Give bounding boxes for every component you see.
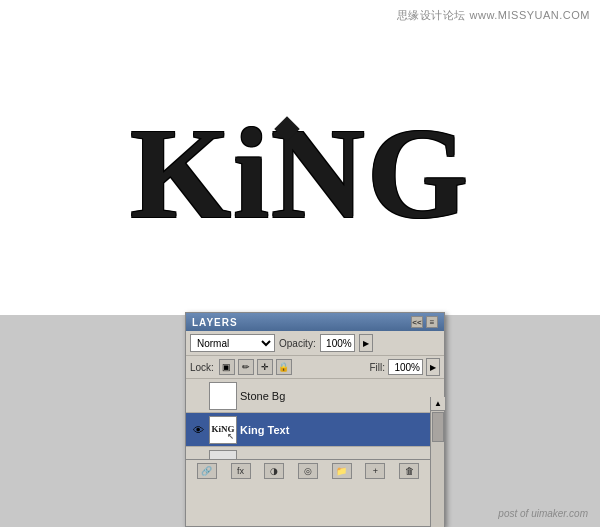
panel-menu-btn[interactable]: ≡ — [426, 316, 438, 328]
layers-bottom-toolbar: 🔗 fx ◑ ◎ 📁 + 🗑 — [186, 459, 430, 481]
layers-title-controls: << ≡ — [411, 316, 438, 328]
lock-paint-btn[interactable]: ✏ — [238, 359, 254, 375]
blend-mode-select[interactable]: Normal Multiply Screen — [190, 334, 275, 352]
scroll-up-btn[interactable]: ▲ — [431, 397, 445, 411]
adjustment-btn[interactable]: ◎ — [298, 463, 318, 479]
link-layers-btn[interactable]: 🔗 — [197, 463, 217, 479]
canvas-area: 思缘设计论坛 www.MISSYUAN.COM KiNG — [0, 0, 600, 315]
cursor-icon: ↖ — [227, 432, 234, 441]
layers-scrollbar[interactable]: ▲ ▼ — [430, 397, 444, 527]
eye-visibility-icon[interactable] — [190, 388, 206, 404]
opacity-arrow-btn[interactable]: ▶ — [359, 334, 373, 352]
layers-title-bar: LAYERS << ≡ — [186, 313, 444, 331]
layer-name: Stone Bg — [240, 390, 440, 402]
layer-row[interactable]: Stone Bg — [186, 379, 444, 413]
layer-thumbnail: KiNG ↖ — [209, 416, 237, 444]
layers-list-container: Stone Bg 👁 KiNG ↖ King Text 👁 Background… — [186, 379, 444, 481]
layer-name: King Text — [240, 424, 440, 436]
group-btn[interactable]: 📁 — [332, 463, 352, 479]
blend-mode-row: Normal Multiply Screen Opacity: ▶ — [186, 331, 444, 356]
new-layer-btn[interactable]: + — [365, 463, 385, 479]
lock-row: Lock: ▣ ✏ ✛ 🔒 Fill: ▶ — [186, 356, 444, 379]
layers-panel-title: LAYERS — [192, 317, 238, 328]
delete-layer-btn[interactable]: 🗑 — [399, 463, 419, 479]
lock-all-btn[interactable]: 🔒 — [276, 359, 292, 375]
collapse-btn[interactable]: << — [411, 316, 423, 328]
layers-panel: LAYERS << ≡ Normal Multiply Screen Opaci… — [185, 312, 445, 527]
layer-thumbnail — [209, 382, 237, 410]
layer-row[interactable]: 👁 KiNG ↖ King Text — [186, 413, 444, 447]
fill-label: Fill: — [369, 362, 385, 373]
scroll-thumb[interactable] — [432, 412, 444, 442]
diamond-decoration — [274, 116, 299, 141]
fill-arrow-btn[interactable]: ▶ — [426, 358, 440, 376]
opacity-input[interactable] — [320, 334, 355, 352]
opacity-label: Opacity: — [279, 338, 316, 349]
lock-transparent-btn[interactable]: ▣ — [219, 359, 235, 375]
lock-label: Lock: — [190, 362, 214, 373]
mask-btn[interactable]: ◑ — [264, 463, 284, 479]
fill-input[interactable] — [388, 359, 423, 375]
post-credit: post of uimaker.com — [498, 508, 588, 519]
lock-move-btn[interactable]: ✛ — [257, 359, 273, 375]
king-text-display: KiNG — [130, 78, 470, 238]
fx-btn[interactable]: fx — [231, 463, 251, 479]
eye-visibility-icon[interactable]: 👁 — [190, 422, 206, 438]
watermark: 思缘设计论坛 www.MISSYUAN.COM — [397, 8, 590, 23]
